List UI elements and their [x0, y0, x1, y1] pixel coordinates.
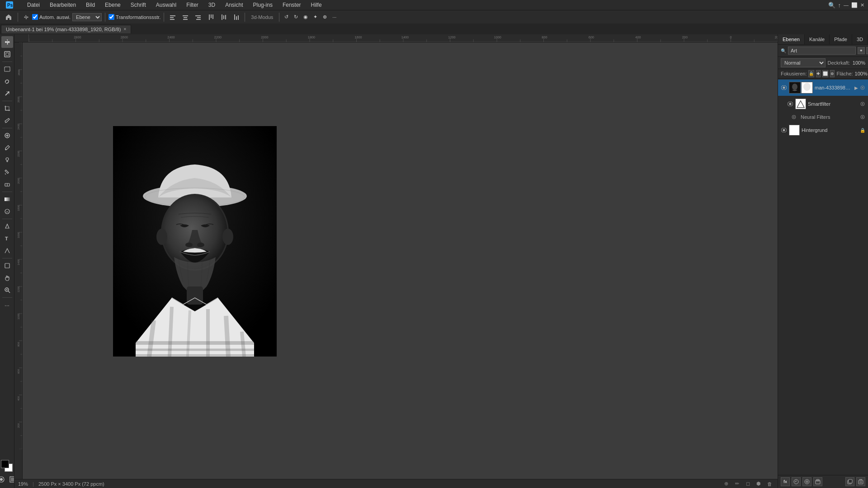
- new-group-btn[interactable]: [813, 477, 822, 486]
- status-btn-2[interactable]: ✏: [732, 479, 741, 488]
- lock-position-btn[interactable]: ⬜: [822, 70, 828, 77]
- status-btn-1[interactable]: ⊕: [722, 479, 731, 488]
- menu-auswahl[interactable]: Auswahl: [154, 1, 178, 9]
- add-fx-btn[interactable]: fx: [781, 477, 790, 486]
- share-icon[interactable]: ↑: [838, 2, 841, 9]
- tab-ebenen[interactable]: Ebenen: [778, 34, 805, 44]
- neural-filter-settings[interactable]: [860, 114, 865, 120]
- align-middle-btn[interactable]: [218, 13, 229, 22]
- tool-gradient[interactable]: [1, 193, 13, 205]
- tool-crop[interactable]: [1, 103, 13, 114]
- layer-item-neural[interactable]: Neural Filters: [778, 112, 868, 122]
- extra-btn-3[interactable]: ⊕: [321, 13, 329, 21]
- doc-tab-main[interactable]: Unbenannt-1 bei 19% (man-4333898_1920, R…: [1, 25, 131, 33]
- menu-fenster[interactable]: Fenster: [281, 1, 303, 9]
- tool-blur[interactable]: [1, 206, 13, 217]
- tool-brush[interactable]: [1, 142, 13, 154]
- menu-filter[interactable]: Filter: [184, 1, 200, 9]
- tool-marquee[interactable]: [1, 63, 13, 75]
- lock-artboard-btn[interactable]: ⊕: [830, 70, 835, 77]
- status-btn-4[interactable]: ⬢: [754, 479, 763, 488]
- align-center-btn[interactable]: [180, 13, 191, 22]
- tool-more[interactable]: ···: [1, 299, 13, 311]
- tool-move[interactable]: [1, 36, 13, 48]
- tool-text[interactable]: T: [1, 233, 13, 244]
- autom-select-checkbox[interactable]: [32, 14, 38, 20]
- align-left-btn[interactable]: [167, 13, 178, 22]
- foreground-color[interactable]: [1, 460, 9, 468]
- layer-item-background[interactable]: Hintergrund 🔒: [778, 122, 868, 138]
- svg-point-166: [803, 83, 811, 91]
- menu-bearbeiten[interactable]: Bearbeiten: [48, 1, 78, 9]
- status-btn-5[interactable]: 🗑: [765, 479, 774, 488]
- layers-search-input[interactable]: [788, 47, 856, 55]
- layer-visibility-smart[interactable]: [781, 84, 787, 91]
- tool-hand[interactable]: [1, 272, 13, 284]
- layer-settings-smart[interactable]: [860, 85, 865, 90]
- home-button[interactable]: [3, 11, 14, 23]
- tool-pen[interactable]: [1, 221, 13, 232]
- layer-select[interactable]: Ebene Gruppe: [72, 13, 102, 21]
- tool-history-brush[interactable]: [1, 166, 13, 178]
- tool-lasso[interactable]: [1, 75, 13, 87]
- tool-eraser[interactable]: [1, 178, 13, 190]
- screen-mode-btn[interactable]: [8, 474, 14, 484]
- tool-healing[interactable]: [1, 130, 13, 141]
- align-top-btn[interactable]: [205, 13, 216, 22]
- quick-mask-btn[interactable]: [0, 474, 6, 484]
- add-adjustment-btn[interactable]: [792, 477, 801, 486]
- undo-btn[interactable]: ↺: [283, 13, 290, 21]
- tool-clone-stamp[interactable]: [1, 154, 13, 166]
- layer-item-smart[interactable]: man-4333898_1920 ▶: [778, 80, 868, 96]
- extra-btn-2[interactable]: ✦: [311, 13, 319, 21]
- filter-kind-icon[interactable]: ✦: [858, 47, 865, 54]
- layer-visibility-smartfilter[interactable]: [787, 101, 793, 107]
- align-bottom-btn[interactable]: [231, 13, 241, 22]
- svg-rect-19: [238, 15, 239, 20]
- more-options-btn[interactable]: ···: [330, 14, 338, 21]
- menu-datei[interactable]: Datei: [25, 1, 42, 9]
- canvas-area[interactable]: [23, 42, 778, 479]
- doc-tab-close[interactable]: ×: [123, 27, 126, 32]
- menu-hilfe[interactable]: Hilfe: [309, 1, 324, 9]
- menu-bild[interactable]: Bild: [84, 1, 97, 9]
- layer-item-smartfilter[interactable]: Smartfilter: [778, 96, 868, 112]
- neural-filter-expand[interactable]: [792, 115, 797, 119]
- menu-3d[interactable]: 3D: [207, 1, 217, 9]
- tool-artboard[interactable]: [1, 48, 13, 60]
- lock-pixels-btn[interactable]: ✚: [816, 70, 821, 77]
- delete-layer-btn[interactable]: [856, 477, 865, 486]
- layer-visibility-bg[interactable]: [781, 127, 787, 133]
- tool-zoom[interactable]: [1, 284, 13, 296]
- tab-3d[interactable]: 3D: [852, 34, 868, 44]
- tool-shape[interactable]: [1, 260, 13, 272]
- filter-pixel-icon[interactable]: ✏: [866, 47, 868, 54]
- new-layer-btn[interactable]: [845, 477, 854, 486]
- blend-mode-select[interactable]: Normal Multiplizieren Abdunkeln Aufhelle…: [781, 58, 826, 67]
- window-close-icon[interactable]: ✕: [860, 2, 864, 8]
- status-btn-3[interactable]: ◻: [743, 479, 752, 488]
- window-resize-icon[interactable]: ⬜: [851, 2, 858, 8]
- svg-text:1000: 1000: [494, 36, 501, 39]
- menu-schrift[interactable]: Schrift: [129, 1, 148, 9]
- lock-transparency-btn[interactable]: 🔒: [808, 70, 814, 77]
- menu-ebene[interactable]: Ebene: [103, 1, 123, 9]
- search-icon[interactable]: 🔍: [828, 2, 835, 9]
- tab-pfade[interactable]: Pfade: [830, 34, 852, 44]
- window-minimize-icon[interactable]: —: [844, 2, 849, 8]
- redo-btn[interactable]: ↻: [292, 13, 300, 21]
- layer-expand-smart[interactable]: ▶: [854, 85, 858, 90]
- tool-move-btn[interactable]: [21, 14, 30, 21]
- add-mask-btn[interactable]: [802, 477, 811, 486]
- tool-path-select[interactable]: [1, 245, 13, 257]
- menu-plugins[interactable]: Plug-ins: [251, 1, 274, 9]
- transform-checkbox[interactable]: [108, 14, 114, 20]
- menu-ansicht[interactable]: Ansicht: [223, 1, 245, 9]
- extra-btn-1[interactable]: ◉: [302, 13, 310, 21]
- color-swatches[interactable]: [1, 460, 14, 473]
- layer-settings-smartfilter[interactable]: [860, 101, 865, 107]
- tab-kanaele[interactable]: Kanäle: [805, 34, 830, 44]
- align-right-btn[interactable]: [193, 13, 203, 22]
- tool-magic-wand[interactable]: [1, 88, 13, 99]
- tool-eyedropper[interactable]: [1, 115, 13, 127]
